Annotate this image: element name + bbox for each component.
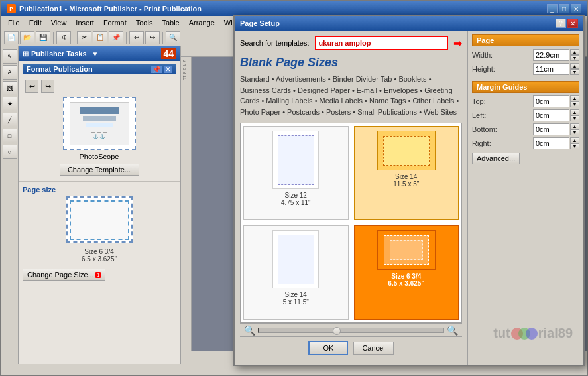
menu-insert[interactable]: Insert: [72, 17, 98, 28]
left-up[interactable]: ▲: [570, 109, 579, 115]
top-value[interactable]: 0cm: [533, 95, 569, 107]
save-button[interactable]: 💾: [36, 31, 50, 44]
left-down[interactable]: ▼: [570, 115, 579, 121]
bottom-up[interactable]: ▲: [570, 123, 579, 129]
line-tool[interactable]: ╱: [3, 113, 17, 127]
close-button[interactable]: ✕: [571, 4, 581, 13]
dialog-body: Search for templates: ➡ Blank Page Sizes…: [235, 31, 583, 365]
change-page-size-button[interactable]: Change Page Size... 1: [23, 269, 105, 281]
bottom-label: Bottom:: [472, 125, 497, 133]
template-label: Size 124.75 x 11": [281, 192, 311, 206]
right-row: Right: 0cm ▲ ▼: [472, 137, 579, 149]
watermark: tut rial89: [493, 326, 573, 341]
left-value[interactable]: 0cm: [533, 109, 569, 121]
maximize-button[interactable]: □: [559, 4, 569, 13]
template-label-3: Size 6 3/46.5 x 3.625": [388, 273, 424, 287]
top-label: Top:: [472, 97, 486, 105]
search-input[interactable]: [315, 36, 448, 50]
top-spin: ▲ ▼: [570, 95, 579, 107]
open-button[interactable]: 📂: [20, 31, 34, 44]
select-tool[interactable]: ↖: [3, 49, 17, 64]
zoom-out-icon[interactable]: 🔍: [244, 325, 255, 336]
template-item-selected[interactable]: Size 1411.5 x 5": [354, 126, 459, 220]
ruler-vertical: 2 4 6 8 10: [181, 57, 192, 351]
page-size-section: Page size Size 6 3/4 6.5 x 3.625" Change…: [19, 182, 180, 284]
top-input-group: 0cm ▲ ▼: [533, 95, 579, 107]
picture-tool[interactable]: 🖼: [3, 81, 17, 95]
template-thumb: — — — ⚓ ⚓: [70, 102, 129, 145]
template-item-2[interactable]: Size 145 x 11.5": [243, 225, 349, 320]
menu-tools[interactable]: Tools: [132, 17, 157, 28]
height-down[interactable]: ▼: [570, 69, 579, 75]
right-up[interactable]: ▲: [570, 137, 579, 143]
publisher-tasks-header: ⊞ Publisher Tasks ▼ 44: [19, 46, 180, 61]
panel-pin[interactable]: 📌: [151, 66, 162, 73]
top-row: Top: 0cm ▲ ▼: [472, 95, 579, 107]
bottom-value[interactable]: 0cm: [533, 123, 569, 135]
menu-format[interactable]: Format: [99, 17, 131, 28]
dialog-main: Search for templates: ➡ Blank Page Sizes…: [235, 31, 467, 365]
menu-table[interactable]: Table: [158, 17, 183, 28]
menu-edit[interactable]: Edit: [25, 17, 46, 28]
height-value[interactable]: 11cm: [533, 63, 569, 75]
menu-arrange[interactable]: Arrange: [185, 17, 219, 28]
width-row: Width: 22.9cm ▲ ▼: [472, 49, 579, 61]
template-label-selected: Size 1411.5 x 5": [393, 173, 419, 188]
menu-view[interactable]: View: [47, 17, 71, 28]
change-page-btn-label: Change Page Size...: [27, 271, 94, 279]
width-value[interactable]: 22.9cm: [533, 49, 569, 61]
toolbar-sep4: [162, 32, 163, 44]
top-down[interactable]: ▼: [570, 101, 579, 107]
side-panel-close[interactable]: 44: [161, 48, 176, 59]
bottom-input-group: 0cm ▲ ▼: [533, 123, 579, 135]
page-setup-dialog: Page Setup ? ✕ Search for templates: ➡ B…: [233, 15, 585, 366]
redo-button[interactable]: ↪: [145, 31, 160, 44]
undo-panel-btn[interactable]: ↩: [25, 80, 38, 93]
zoom-slider[interactable]: [258, 328, 444, 333]
panel-close-x[interactable]: ✕: [164, 66, 172, 73]
paste-button[interactable]: 📌: [109, 31, 123, 44]
dialog-help-button[interactable]: ?: [556, 19, 566, 28]
dialog-close-button[interactable]: ✕: [567, 19, 578, 28]
right-value[interactable]: 0cm: [533, 137, 569, 149]
template-grid: Size 124.75 x 11" Size 1411.5 x 5": [240, 123, 462, 323]
title-bar-left: P Publication1 - Microsoft Publisher - P…: [7, 4, 202, 13]
zoom-bar: 🔍 🔍: [240, 323, 462, 336]
clip-art-tool[interactable]: ★: [3, 97, 17, 111]
minimize-button[interactable]: _: [547, 4, 558, 13]
rect-tool[interactable]: □: [3, 129, 17, 143]
publisher-tasks-label: Publisher Tasks: [31, 50, 87, 58]
menu-file[interactable]: File: [4, 17, 24, 28]
cancel-button[interactable]: Cancel: [353, 342, 393, 355]
cut-button[interactable]: ✂: [77, 31, 91, 44]
template-item-3[interactable]: Size 6 3/46.5 x 3.625": [354, 225, 459, 320]
print-button[interactable]: 🖨: [56, 31, 71, 44]
text-tool[interactable]: A: [3, 65, 17, 80]
top-up[interactable]: ▲: [570, 95, 579, 101]
new-button[interactable]: 📄: [4, 31, 19, 44]
bottom-spin: ▲ ▼: [570, 123, 579, 135]
width-up[interactable]: ▲: [570, 49, 579, 55]
right-down[interactable]: ▼: [570, 143, 579, 149]
zoom-button[interactable]: 🔍: [166, 31, 180, 44]
zoom-handle[interactable]: [333, 327, 341, 335]
bottom-down[interactable]: ▼: [570, 129, 579, 135]
page-section: Page Width: 22.9cm ▲ ▼: [472, 34, 579, 77]
zoom-in-icon[interactable]: 🔍: [447, 325, 458, 336]
oval-tool[interactable]: ○: [3, 145, 17, 159]
redo-panel-btn[interactable]: ↪: [41, 80, 54, 93]
template-item[interactable]: Size 124.75 x 11": [243, 126, 349, 220]
bottom-row: Bottom: 0cm ▲ ▼: [472, 123, 579, 135]
copy-button[interactable]: 📋: [93, 31, 107, 44]
ok-button[interactable]: OK: [308, 341, 348, 355]
left-label: Left:: [472, 111, 486, 119]
format-publication-title: Format Publication 📌 ✕: [23, 64, 176, 74]
height-up[interactable]: ▲: [570, 63, 579, 69]
left-input-group: 0cm ▲ ▼: [533, 109, 579, 121]
undo-button[interactable]: ↩: [129, 31, 144, 44]
search-row: Search for templates: ➡: [240, 36, 462, 50]
template-preview: — — — ⚓ ⚓: [63, 97, 136, 150]
change-template-button[interactable]: Change Template...: [60, 164, 139, 176]
advanced-button[interactable]: Advanced...: [472, 153, 520, 164]
width-down[interactable]: ▼: [570, 55, 579, 61]
